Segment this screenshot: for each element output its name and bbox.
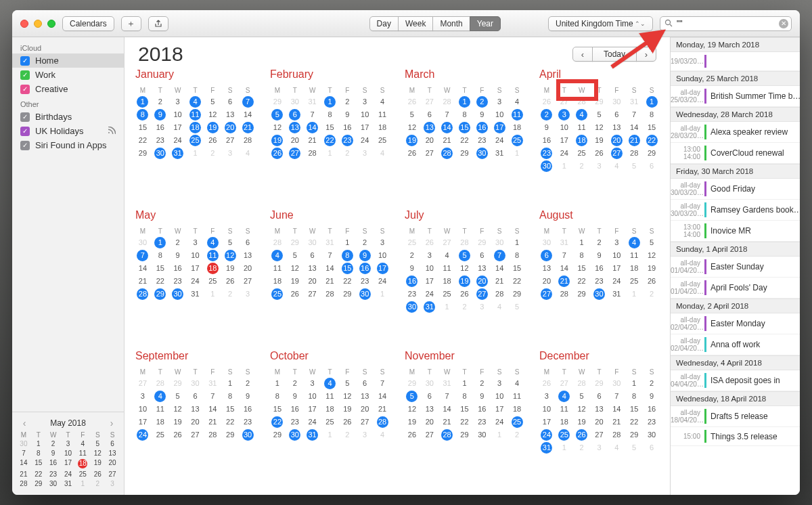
day-cell[interactable]: 12: [169, 403, 187, 416]
day-cell[interactable]: 7: [304, 108, 321, 121]
day-cell[interactable]: 20: [591, 416, 608, 429]
day-cell[interactable]: 25: [508, 134, 526, 147]
day-cell[interactable]: 10: [356, 108, 374, 121]
day-cell[interactable]: 9: [643, 390, 660, 403]
mini-day[interactable]: 13: [105, 449, 120, 458]
day-cell[interactable]: 13: [538, 262, 556, 275]
day-cell[interactable]: 16: [239, 403, 256, 416]
result-item[interactable]: all-day30/03/20…Good Friday: [671, 179, 800, 200]
day-cell[interactable]: 13: [591, 403, 608, 416]
result-item[interactable]: all-day18/04/20…Drafts 5 release: [671, 406, 800, 427]
day-cell[interactable]: 5: [403, 390, 421, 403]
day-cell[interactable]: 14: [556, 262, 573, 275]
day-cell[interactable]: 17: [421, 275, 438, 288]
day-cell[interactable]: 9: [591, 249, 608, 262]
day-cell[interactable]: 4: [204, 236, 221, 249]
day-cell[interactable]: 2: [286, 377, 304, 390]
day-cell[interactable]: 9: [169, 249, 187, 262]
day-cell[interactable]: 14: [608, 403, 625, 416]
day-cell[interactable]: 24: [491, 134, 508, 147]
day-cell[interactable]: 7: [625, 108, 643, 121]
day-cell[interactable]: 29: [456, 147, 474, 160]
day-cell[interactable]: 27: [221, 134, 239, 147]
day-cell[interactable]: 14: [438, 121, 456, 134]
day-cell[interactable]: 28: [239, 134, 256, 147]
day-cell[interactable]: 30: [169, 288, 187, 301]
mini-day[interactable]: 27: [105, 470, 120, 479]
day-cell[interactable]: 12: [573, 403, 591, 416]
day-cell[interactable]: 20: [304, 275, 321, 288]
day-cell[interactable]: 23: [239, 416, 256, 429]
day-cell[interactable]: 10: [608, 249, 625, 262]
result-item[interactable]: all-day01/04/20…April Fools' Day: [671, 278, 800, 299]
day-cell[interactable]: 2: [169, 236, 187, 249]
day-cell[interactable]: 13: [473, 262, 491, 275]
day-cell[interactable]: 15: [152, 262, 169, 275]
day-cell[interactable]: 1: [321, 95, 339, 108]
day-cell[interactable]: 14: [204, 403, 221, 416]
day-cell[interactable]: 16: [338, 121, 356, 134]
day-cell[interactable]: 5: [204, 95, 221, 108]
day-cell[interactable]: 10: [374, 249, 391, 262]
day-cell[interactable]: 13: [356, 390, 374, 403]
mini-day[interactable]: 18: [75, 458, 90, 469]
day-cell[interactable]: 6: [473, 249, 491, 262]
day-cell[interactable]: 27: [239, 275, 256, 288]
day-cell[interactable]: 30: [239, 429, 256, 441]
day-cell[interactable]: 14: [134, 262, 152, 275]
day-cell[interactable]: 10: [304, 390, 321, 403]
day-cell[interactable]: 31: [491, 147, 508, 160]
calendars-button[interactable]: Calendars: [62, 16, 114, 31]
day-cell[interactable]: 24: [491, 416, 508, 429]
view-month[interactable]: Month: [432, 16, 470, 31]
day-cell[interactable]: 17: [134, 416, 152, 429]
day-cell[interactable]: 13: [304, 262, 321, 275]
minimize-button[interactable]: [34, 20, 42, 28]
day-cell[interactable]: 4: [187, 95, 204, 108]
day-cell[interactable]: 17: [304, 403, 321, 416]
day-cell[interactable]: 9: [286, 390, 304, 403]
day-cell[interactable]: 14: [321, 262, 339, 275]
result-item[interactable]: all-day02/04/20…Easter Monday: [671, 313, 800, 334]
day-cell[interactable]: 26: [403, 147, 421, 160]
day-cell[interactable]: 6: [304, 249, 321, 262]
day-cell[interactable]: 16: [169, 262, 187, 275]
day-cell[interactable]: 8: [456, 390, 474, 403]
day-cell[interactable]: 8: [321, 108, 339, 121]
day-cell[interactable]: 26: [643, 275, 660, 288]
day-cell[interactable]: 1: [625, 377, 643, 390]
day-cell[interactable]: 10: [187, 249, 204, 262]
day-cell[interactable]: 26: [221, 275, 239, 288]
day-cell[interactable]: 28: [134, 288, 152, 301]
day-cell[interactable]: 12: [591, 121, 608, 134]
day-cell[interactable]: 7: [438, 390, 456, 403]
mini-day[interactable]: 17: [61, 458, 76, 469]
day-cell[interactable]: 18: [204, 262, 221, 275]
day-cell[interactable]: 28: [321, 288, 339, 301]
day-cell[interactable]: 27: [187, 429, 204, 441]
day-cell[interactable]: 11: [152, 403, 169, 416]
mini-day[interactable]: 20: [105, 458, 120, 469]
day-cell[interactable]: 20: [221, 121, 239, 134]
day-cell[interactable]: 22: [456, 134, 474, 147]
day-cell[interactable]: 2: [538, 108, 556, 121]
day-cell[interactable]: 7: [556, 249, 573, 262]
result-item[interactable]: all-day01/04/20…Easter Sunday: [671, 257, 800, 278]
day-cell[interactable]: 4: [438, 249, 456, 262]
mini-day[interactable]: 4: [75, 439, 90, 448]
day-cell[interactable]: 30: [356, 288, 374, 301]
day-cell[interactable]: 19: [338, 403, 356, 416]
day-cell[interactable]: 31: [169, 147, 187, 160]
day-cell[interactable]: 29: [134, 147, 152, 160]
day-cell[interactable]: 29: [573, 288, 591, 301]
day-cell[interactable]: 31: [608, 288, 625, 301]
day-cell[interactable]: 2: [356, 236, 374, 249]
day-cell[interactable]: 13: [187, 403, 204, 416]
day-cell[interactable]: 11: [508, 390, 526, 403]
day-cell[interactable]: 25: [508, 416, 526, 429]
day-cell[interactable]: 17: [374, 262, 391, 275]
day-cell[interactable]: 25: [152, 429, 169, 441]
day-cell[interactable]: 19: [221, 262, 239, 275]
mini-day[interactable]: 31: [61, 479, 76, 488]
day-cell[interactable]: 7: [438, 108, 456, 121]
